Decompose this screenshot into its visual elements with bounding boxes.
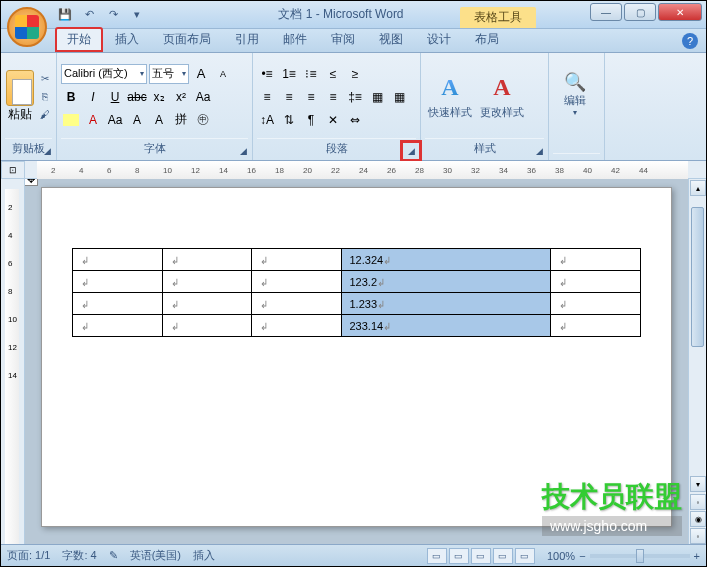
table-cell[interactable]: 233.14↲ [341,315,551,337]
change-case-button[interactable]: Aa [105,110,125,130]
asian-layout-button[interactable]: ✕ [323,110,343,130]
tab-insert[interactable]: 插入 [103,27,151,52]
copy-icon[interactable]: ⎘ [37,89,53,105]
table-cell[interactable]: ↲ [252,315,342,337]
table-cell[interactable]: ↲ [162,293,252,315]
tab-pagelayout[interactable]: 页面布局 [151,27,223,52]
distributed-button[interactable]: ⇔ [345,110,365,130]
status-proofing-icon[interactable]: ✎ [109,549,118,562]
save-icon[interactable]: 💾 [55,5,75,25]
clear-formatting-button[interactable]: Aa [193,87,213,107]
tab-mailings[interactable]: 邮件 [271,27,319,52]
table-cell[interactable]: ↲ [252,249,342,271]
table-cell[interactable]: ↲ [73,271,163,293]
bullets-button[interactable]: •≡ [257,64,277,84]
tab-design[interactable]: 设计 [415,27,463,52]
scroll-up-button[interactable]: ▴ [690,180,706,196]
decrease-indent-button[interactable]: ≤ [323,64,343,84]
multilevel-button[interactable]: ⁝≡ [301,64,321,84]
cut-icon[interactable]: ✂ [37,71,53,87]
status-mode[interactable]: 插入 [193,548,215,563]
zoom-slider-thumb[interactable] [636,549,644,563]
table-cell[interactable]: 12.324↲ [341,249,551,271]
tab-references[interactable]: 引用 [223,27,271,52]
char-shading-button[interactable]: A [127,110,147,130]
redo-icon[interactable]: ↷ [103,5,123,25]
subscript-button[interactable]: x₂ [149,87,169,107]
table-cell[interactable]: ↲ [551,293,641,315]
font-color-button[interactable]: A [83,110,103,130]
tab-view[interactable]: 视图 [367,27,415,52]
close-button[interactable]: ✕ [658,3,702,21]
font-size-combo[interactable]: 五号 [149,64,189,84]
superscript-button[interactable]: x² [171,87,191,107]
undo-icon[interactable]: ↶ [79,5,99,25]
view-print-layout-button[interactable]: ▭ [427,548,447,564]
phonetic-guide-button[interactable]: 拼 [171,110,191,130]
underline-button[interactable]: U [105,87,125,107]
vertical-scrollbar[interactable]: ▴ ▾ ◦ ◉ ◦ [688,179,706,544]
shading-button[interactable]: ▦ [367,87,387,107]
align-right-button[interactable]: ≡ [301,87,321,107]
borders-button[interactable]: ▦ [389,87,409,107]
qat-more-icon[interactable]: ▾ [127,5,147,25]
show-marks-button[interactable]: ¶ [301,110,321,130]
status-words[interactable]: 字数: 4 [62,548,96,563]
change-styles-button[interactable]: A 更改样式 [477,64,527,130]
vscroll-thumb[interactable] [691,207,704,347]
editing-button[interactable]: 🔍 编辑 ▾ [553,71,597,137]
char-border-button[interactable]: A [149,110,169,130]
status-language[interactable]: 英语(美国) [130,548,181,563]
bold-button[interactable]: B [61,87,81,107]
help-icon[interactable]: ? [682,33,698,49]
status-page[interactable]: 页面: 1/1 [7,548,50,563]
table-move-handle[interactable]: ✥ [25,179,38,186]
highlight-button[interactable] [61,110,81,130]
numbering-button[interactable]: 1≡ [279,64,299,84]
enclose-char-button[interactable]: ㊥ [193,110,213,130]
zoom-value[interactable]: 100% [547,550,575,562]
sort-button[interactable]: ⇅ [279,110,299,130]
minimize-button[interactable]: — [590,3,622,21]
vertical-ruler[interactable]: 2468101214 [1,179,25,544]
table-cell[interactable]: ↲ [551,271,641,293]
table-row[interactable]: ↲↲↲123.2↲↲ [73,271,641,293]
clipboard-dialog-launcher[interactable]: ◢ [40,144,54,158]
tab-review[interactable]: 审阅 [319,27,367,52]
increase-indent-button[interactable]: ≥ [345,64,365,84]
browse-object-button[interactable]: ◉ [690,511,706,527]
paste-button[interactable]: 粘贴 [5,64,35,130]
tab-layout[interactable]: 布局 [463,27,511,52]
horizontal-ruler[interactable]: 2468101214161820222426283032343638404244 [37,161,688,179]
table-cell[interactable]: ↲ [162,271,252,293]
table-cell[interactable]: 123.2↲ [341,271,551,293]
zoom-out-button[interactable]: − [579,550,585,562]
styles-dialog-launcher[interactable]: ◢ [532,144,546,158]
table-cell[interactable]: ↲ [73,249,163,271]
format-painter-icon[interactable]: 🖌 [37,107,53,123]
zoom-slider[interactable] [590,554,690,558]
document-table[interactable]: ↲↲↲12.324↲↲↲↲↲123.2↲↲↲↲↲1.233↲↲↲↲↲233.14… [72,248,641,337]
quick-styles-button[interactable]: A 快速样式 [425,64,475,130]
table-cell[interactable]: ↲ [162,249,252,271]
zoom-in-button[interactable]: + [694,550,700,562]
page[interactable]: ✥ ↲↲↲12.324↲↲↲↲↲123.2↲↲↲↲↲1.233↲↲↲↲↲233.… [41,187,672,527]
table-row[interactable]: ↲↲↲1.233↲↲ [73,293,641,315]
ruler-corner[interactable]: ⊡ [1,161,25,179]
table-row[interactable]: ↲↲↲12.324↲↲ [73,249,641,271]
view-outline-button[interactable]: ▭ [493,548,513,564]
align-left-button[interactable]: ≡ [257,87,277,107]
table-cell[interactable]: ↲ [73,315,163,337]
line-spacing-button[interactable]: ‡≡ [345,87,365,107]
office-button[interactable] [7,7,47,47]
table-cell[interactable]: 1.233↲ [341,293,551,315]
view-web-button[interactable]: ▭ [471,548,491,564]
shrink-font-icon[interactable]: A [213,64,233,84]
table-row[interactable]: ↲↲↲233.14↲↲ [73,315,641,337]
font-dialog-launcher[interactable]: ◢ [236,144,250,158]
document-scroll[interactable]: ✥ ↲↲↲12.324↲↲↲↲↲123.2↲↲↲↲↲1.233↲↲↲↲↲233.… [25,179,688,544]
align-center-button[interactable]: ≡ [279,87,299,107]
font-name-combo[interactable]: Calibri (西文) [61,64,147,84]
strikethrough-button[interactable]: abc [127,87,147,107]
table-cell[interactable]: ↲ [73,293,163,315]
